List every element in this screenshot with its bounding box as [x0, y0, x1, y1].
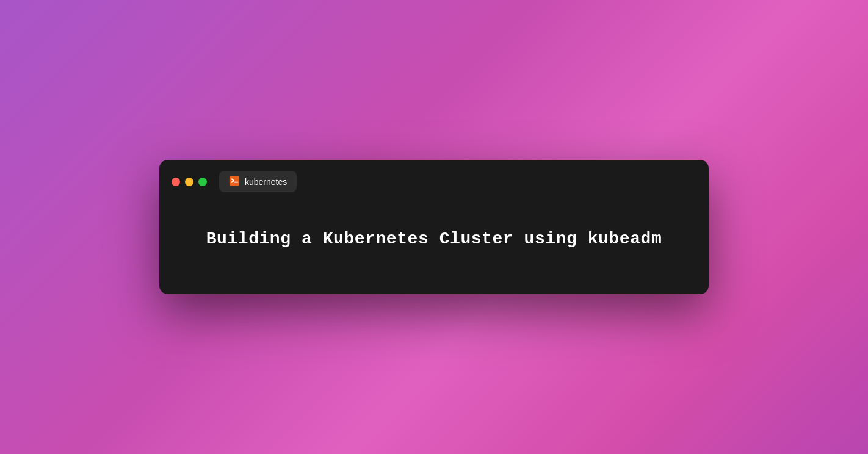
maximize-button[interactable]: [198, 178, 207, 186]
terminal-content: Building a Kubernetes Cluster using kube…: [159, 202, 709, 294]
terminal-tab-label: kubernetes: [245, 177, 287, 187]
terminal-window: kubernetes Building a Kubernetes Cluster…: [159, 160, 709, 294]
close-button[interactable]: [172, 178, 180, 186]
terminal-titlebar: kubernetes: [159, 160, 709, 202]
minimize-button[interactable]: [185, 178, 193, 186]
terminal-tab[interactable]: kubernetes: [219, 171, 297, 192]
main-heading: Building a Kubernetes Cluster using kube…: [206, 229, 662, 248]
traffic-lights: [172, 178, 207, 186]
terminal-icon: [229, 175, 240, 188]
